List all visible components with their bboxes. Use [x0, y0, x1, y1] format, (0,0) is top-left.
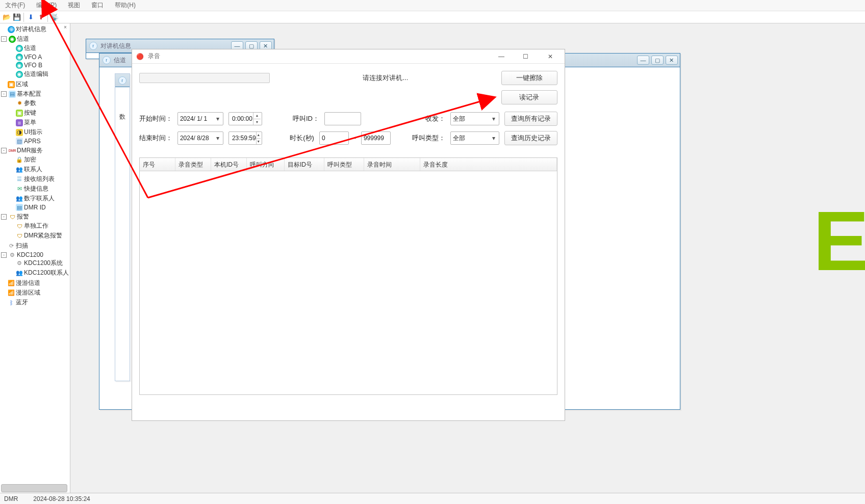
- query-all-button[interactable]: 查询所有记录: [504, 112, 557, 126]
- col-target-id[interactable]: 目标ID号: [285, 158, 324, 171]
- tree-menu[interactable]: ≡菜单: [9, 118, 70, 127]
- app-icon: г: [118, 76, 126, 85]
- config-icon: ▤: [9, 91, 16, 98]
- tree-channel-root[interactable]: -◉信道: [1, 35, 70, 43]
- spin-up-icon[interactable]: ▲: [253, 113, 261, 119]
- tree-radio-info[interactable]: ⊕对讲机信息: [1, 25, 70, 34]
- tree-quick-msg[interactable]: ✉快捷信息: [9, 184, 70, 193]
- tree-keys[interactable]: ▣按键: [9, 109, 70, 117]
- menu-program[interactable]: 编程(P): [33, 1, 60, 10]
- recording-icon: 🔴: [136, 53, 144, 60]
- col-rec-time[interactable]: 录音时间: [364, 158, 420, 171]
- spin-down-icon[interactable]: ▼: [257, 139, 261, 145]
- col-rec-len[interactable]: 录音长度: [420, 158, 557, 171]
- write-radio-icon[interactable]: ⬆: [36, 13, 45, 22]
- close-button[interactable]: ✕: [666, 56, 678, 65]
- tree-channel[interactable]: ◉信道: [9, 44, 70, 52]
- panel-close-icon[interactable]: ×: [63, 24, 68, 30]
- tree-rx-group[interactable]: ☰接收组列表: [9, 175, 70, 183]
- menu-file[interactable]: 文件(F): [2, 1, 28, 10]
- tree-bluetooth[interactable]: ᛒ蓝牙: [1, 298, 70, 307]
- tree-params[interactable]: ✸参数: [9, 99, 70, 108]
- minimize-button[interactable]: —: [637, 56, 649, 65]
- col-self-id[interactable]: 本机ID号: [211, 158, 247, 171]
- spin-down-icon[interactable]: ▼: [253, 119, 261, 125]
- tree-zone[interactable]: ▣区域: [1, 80, 70, 89]
- collapse-icon[interactable]: -: [1, 214, 7, 220]
- open-icon[interactable]: 📂: [2, 13, 11, 22]
- maximize-button[interactable]: ▢: [651, 56, 664, 65]
- duration-from-input[interactable]: 0: [319, 131, 349, 145]
- call-type-select[interactable]: 全部 ▾: [450, 131, 499, 145]
- duration-to-input[interactable]: 999999: [361, 131, 391, 145]
- spin-up-icon[interactable]: ▲: [257, 132, 261, 139]
- col-direction[interactable]: 呼叫方向: [247, 158, 285, 171]
- tree-dmr-id[interactable]: ▤DMR ID: [9, 204, 70, 211]
- keys-icon: ▣: [16, 110, 23, 117]
- col-seq[interactable]: 序号: [140, 158, 175, 171]
- tree-ui-ind[interactable]: ◑UI指示: [9, 128, 70, 137]
- dropdown-icon[interactable]: ▾: [490, 135, 498, 142]
- query-history-button[interactable]: 查询历史记录: [504, 131, 557, 145]
- col-rec-type[interactable]: 录音类型: [175, 158, 211, 171]
- progress-bar: [139, 73, 270, 83]
- end-time-spinner[interactable]: 23:59:59 ▲▼: [228, 131, 262, 145]
- clear-all-button[interactable]: 一键擦除: [501, 71, 557, 85]
- channel-icon: ◉: [16, 71, 23, 78]
- tree-lonework[interactable]: 🛡单独工作: [9, 222, 70, 230]
- tree-panel: × ⊕对讲机信息 -◉信道 ◉信道 ◉VFO A ◉VFO B ◉信道编辑 ▣区…: [0, 23, 70, 493]
- status-mode: DMR: [4, 495, 18, 502]
- tree-roam-zone[interactable]: 📶漫游区域: [1, 288, 70, 297]
- save-icon[interactable]: 💾: [12, 13, 21, 22]
- recording-window[interactable]: 🔴 录音 — ☐ ✕ 请连接对讲机... 一键擦除 读记录 开始时间：: [132, 49, 565, 421]
- tree-kdc1200[interactable]: -⚙KDC1200: [1, 251, 70, 258]
- end-time-label: 结束时间：: [139, 134, 172, 143]
- call-id-input[interactable]: [324, 112, 361, 125]
- ui-icon: ◑: [16, 129, 23, 136]
- child-window-inner[interactable]: г 数: [115, 73, 130, 381]
- gear-icon: ⚙: [9, 251, 16, 258]
- collapse-icon[interactable]: -: [1, 36, 7, 42]
- mdi-workspace: г 对讲机信息 — ▢ ✕ г 信道 — ▢ ✕: [70, 23, 865, 493]
- tree-dmr-service[interactable]: -DMRDMR服务: [1, 146, 70, 155]
- close-button[interactable]: ✕: [540, 50, 561, 63]
- read-radio-icon[interactable]: ⬇: [26, 13, 35, 22]
- end-date-picker[interactable]: 2024/ 8/28 ▾: [177, 131, 223, 145]
- connection-status: 请连接对讲机...: [280, 73, 491, 83]
- tree-dmr-emergency[interactable]: 🛡DMR紧急报警: [9, 231, 70, 240]
- tree-roam-channel[interactable]: 📶漫游信道: [1, 279, 70, 287]
- toolbar-separator: [23, 13, 24, 22]
- tree-kdc1200-sys[interactable]: ⚙KDC1200系统: [9, 259, 70, 268]
- start-date-picker[interactable]: 2024/ 1/ 1 ▾: [177, 112, 223, 125]
- tree-contacts[interactable]: 👥联系人: [9, 165, 70, 174]
- col-call-type[interactable]: 呼叫类型: [324, 158, 364, 171]
- rxtx-select[interactable]: 全部 ▾: [450, 112, 499, 125]
- tree-vfo-b[interactable]: ◉VFO B: [9, 62, 70, 69]
- collapse-icon[interactable]: -: [1, 91, 7, 97]
- read-records-button[interactable]: 读记录: [501, 90, 557, 104]
- tree-channel-edit[interactable]: ◉信道编辑: [9, 70, 70, 78]
- dropdown-icon[interactable]: ▾: [214, 135, 222, 142]
- tree-scan[interactable]: ⟳扫描: [1, 242, 70, 250]
- antenna-icon[interactable]: 📡: [50, 13, 59, 22]
- tree-aprs[interactable]: ▧APRS: [9, 138, 70, 145]
- tree-vfo-a[interactable]: ◉VFO A: [9, 54, 70, 61]
- tree-alert[interactable]: -🛡报警: [1, 213, 70, 221]
- tree-kdc1200-contacts[interactable]: 👥KDC1200联系人: [9, 269, 70, 277]
- collapse-icon[interactable]: -: [1, 148, 7, 153]
- menu-view[interactable]: 视图: [65, 1, 83, 10]
- tree-basic-config[interactable]: -▤基本配置: [1, 90, 70, 98]
- minimize-button[interactable]: —: [491, 50, 512, 63]
- tree-encrypt[interactable]: 🔒加密: [9, 155, 70, 164]
- tree-digital-contacts[interactable]: 👥数字联系人: [9, 194, 70, 203]
- menu-window[interactable]: 窗口: [88, 1, 107, 10]
- maximize-button[interactable]: ☐: [516, 50, 536, 63]
- dropdown-icon[interactable]: ▾: [490, 115, 498, 122]
- collapse-icon[interactable]: -: [1, 252, 7, 258]
- menu-help[interactable]: 帮助(H): [112, 1, 139, 10]
- note-icon: ✉: [16, 185, 23, 193]
- recording-table[interactable]: 序号 录音类型 本机ID号 呼叫方向 目标ID号 呼叫类型 录音时间 录音长度: [139, 157, 557, 395]
- start-time-spinner[interactable]: 0:00:00 ▲▼: [228, 112, 262, 125]
- dropdown-icon[interactable]: ▾: [214, 115, 222, 122]
- tree-horizontal-scrollbar[interactable]: [0, 484, 70, 493]
